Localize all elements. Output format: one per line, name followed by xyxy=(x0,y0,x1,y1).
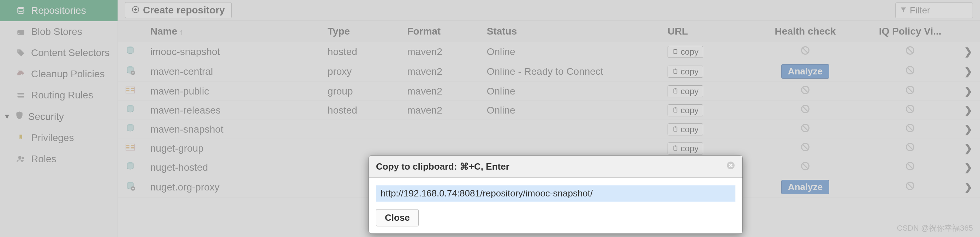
table-row[interactable]: maven-central proxy maven2 Online - Read… xyxy=(118,62,980,82)
sidebar-item-label: Repositories xyxy=(31,5,86,16)
chevron-right-icon[interactable]: ❯ xyxy=(957,158,980,177)
header-name[interactable]: Name↑ xyxy=(143,21,321,42)
clipboard-icon xyxy=(672,67,679,77)
svg-point-2 xyxy=(18,33,19,34)
repo-type-icon xyxy=(118,82,143,101)
sidebar-item-roles[interactable]: Roles xyxy=(0,149,118,170)
repo-name: nuget-hosted xyxy=(143,158,321,177)
header-status[interactable]: Status xyxy=(480,21,660,42)
header-type[interactable]: Type xyxy=(321,21,400,42)
repo-status: Online xyxy=(480,42,660,62)
analyze-button[interactable]: Analyze xyxy=(781,180,829,194)
svg-rect-11 xyxy=(675,49,676,50)
svg-rect-19 xyxy=(674,89,677,93)
chevron-right-icon[interactable]: ❯ xyxy=(957,139,980,158)
sidebar-item-blob-stores[interactable]: Blob Stores xyxy=(0,21,118,42)
svg-rect-29 xyxy=(674,127,677,131)
chevron-right-icon[interactable]: ❯ xyxy=(957,177,980,198)
sidebar-item-repositories[interactable]: Repositories xyxy=(0,0,118,21)
chevron-right-icon[interactable]: ❯ xyxy=(957,82,980,101)
hdd-icon xyxy=(16,27,26,36)
clipboard-icon xyxy=(672,106,679,115)
sidebar-item-label: Cleanup Policies xyxy=(31,68,105,80)
forbidden-icon xyxy=(905,181,915,193)
forbidden-icon xyxy=(800,85,810,97)
header-health[interactable]: Health check xyxy=(747,21,863,42)
sidebar-item-content-selectors[interactable]: Content Selectors xyxy=(0,42,118,63)
svg-point-7 xyxy=(22,157,24,160)
repo-type-icon xyxy=(118,42,143,62)
repo-type: hosted xyxy=(321,101,400,120)
svg-rect-30 xyxy=(675,126,676,127)
tags-icon xyxy=(16,48,26,57)
svg-rect-20 xyxy=(675,88,676,89)
toolbar: Create repository xyxy=(118,0,980,21)
copy-url-button[interactable]: copy xyxy=(668,66,703,77)
chevron-right-icon[interactable]: ❯ xyxy=(957,120,980,139)
dialog-header: Copy to clipboard: ⌘+C, Enter xyxy=(369,156,742,178)
repo-type-icon xyxy=(118,158,143,177)
table-row[interactable]: imooc-snapshot hosted maven2 Online copy… xyxy=(118,42,980,62)
sidebar-item-routing-rules[interactable]: Routing Rules xyxy=(0,85,118,106)
sidebar-item-cleanup-policies[interactable]: Cleanup Policies xyxy=(0,63,118,85)
header-format[interactable]: Format xyxy=(400,21,479,42)
repo-status xyxy=(480,120,660,139)
svg-rect-5 xyxy=(17,96,24,97)
close-icon[interactable] xyxy=(726,160,735,172)
table-row[interactable]: maven-public group maven2 Online copy ❯ xyxy=(118,82,980,101)
copy-url-button[interactable]: copy xyxy=(668,123,703,136)
repo-name: maven-public xyxy=(143,82,321,101)
forbidden-icon xyxy=(800,123,810,135)
sidebar-item-label: Roles xyxy=(31,153,56,165)
table-row[interactable]: maven-releases hosted maven2 Online copy… xyxy=(118,101,980,120)
filter-input[interactable] xyxy=(910,5,968,16)
repo-format: maven2 xyxy=(400,42,479,62)
funnel-icon xyxy=(900,5,907,16)
section-label: Security xyxy=(28,111,64,122)
watermark: CSDN @祝你幸福365 xyxy=(897,223,973,234)
header-url[interactable]: URL xyxy=(660,21,747,42)
clipboard-icon xyxy=(672,125,679,134)
url-input[interactable] xyxy=(376,185,735,202)
chevron-right-icon[interactable]: ❯ xyxy=(957,42,980,62)
header-icon xyxy=(118,21,143,42)
chevron-right-icon[interactable]: ❯ xyxy=(957,101,980,120)
svg-point-3 xyxy=(18,51,19,52)
svg-rect-25 xyxy=(675,107,676,108)
sidebar-section-security[interactable]: ▼ Security xyxy=(0,106,118,127)
copy-url-button[interactable]: copy xyxy=(668,85,703,97)
forbidden-icon xyxy=(905,161,915,173)
chevron-right-icon[interactable]: ❯ xyxy=(957,62,980,82)
copy-url-button[interactable]: copy xyxy=(668,104,703,116)
analyze-button[interactable]: Analyze xyxy=(781,64,829,79)
forbidden-icon xyxy=(905,123,915,135)
svg-point-0 xyxy=(18,7,24,9)
repo-name: maven-releases xyxy=(143,101,321,120)
group-icon xyxy=(16,155,26,164)
forbidden-icon xyxy=(800,104,810,116)
ribbon-icon xyxy=(16,133,26,142)
create-repository-button[interactable]: Create repository xyxy=(125,2,232,18)
copy-url-button[interactable]: copy xyxy=(668,46,703,58)
sidebar-item-privileges[interactable]: Privileges xyxy=(0,127,118,149)
close-button[interactable]: Close xyxy=(376,209,419,226)
header-iq[interactable]: IQ Policy Vi... xyxy=(863,21,957,42)
repo-type: proxy xyxy=(321,62,400,82)
forbidden-icon xyxy=(800,142,810,154)
repo-type xyxy=(321,120,400,139)
forbidden-icon xyxy=(800,46,810,57)
repo-type-icon xyxy=(118,101,143,120)
dialog-footer: Close xyxy=(369,209,742,234)
copy-url-button[interactable]: copy xyxy=(668,142,703,155)
repo-type: group xyxy=(321,82,400,101)
repo-name: nuget.org-proxy xyxy=(143,177,321,198)
database-icon xyxy=(16,6,26,15)
filter-input-box[interactable] xyxy=(895,2,973,18)
header-more xyxy=(957,21,980,42)
table-row[interactable]: maven-snapshot copy ❯ xyxy=(118,120,980,139)
sidebar-item-label: Content Selectors xyxy=(31,47,110,58)
svg-rect-16 xyxy=(674,69,677,73)
svg-point-6 xyxy=(18,156,21,159)
svg-rect-1 xyxy=(17,30,24,35)
svg-rect-10 xyxy=(674,49,677,54)
